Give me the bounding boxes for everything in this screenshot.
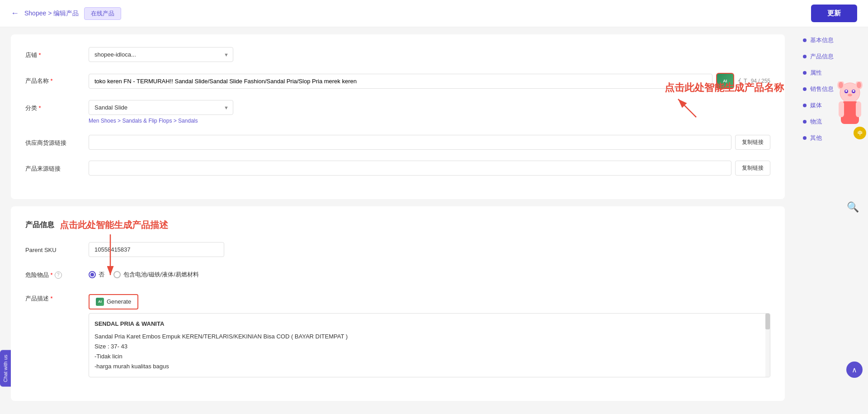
sidebar-label-attributes: 属性	[810, 69, 822, 77]
description-area: SENDAL PRIA & WANITA Sandal Pria Karet E…	[89, 313, 770, 377]
store-select-wrapper: shopee-idloca... ▼	[89, 47, 233, 62]
description-content[interactable]: SENDAL PRIA & WANITA Sandal Pria Karet E…	[89, 314, 765, 377]
desc-line-3: Size : 37- 43	[94, 342, 760, 352]
dot-product	[803, 55, 807, 58]
dangerous-label-group: 危险物品 ?	[25, 268, 89, 280]
supplier-input-group: 复制链接	[89, 135, 770, 150]
generate-button[interactable]: AI Generate	[89, 294, 138, 309]
char-count: 94 / 255	[751, 78, 770, 84]
radio-no-option[interactable]: 否	[89, 271, 104, 279]
sidebar-item-product[interactable]: 产品信息	[803, 52, 861, 61]
dot-other	[803, 136, 807, 140]
sidebar-label-basic: 基本信息	[810, 36, 834, 44]
ai-icon: AI	[723, 79, 727, 83]
supplier-link-input[interactable]	[89, 135, 731, 150]
category-select[interactable]: Sandal Slide	[89, 100, 233, 115]
back-to-top-button[interactable]: ∧	[846, 362, 863, 378]
supplier-row: 供应商货源链接 复制链接	[25, 135, 770, 150]
update-button[interactable]: 更新	[811, 5, 857, 22]
sidebar-label-other: 其他	[810, 134, 822, 142]
radio-group: 否 包含电池/磁铁/液体/易燃材料	[89, 268, 770, 279]
product-name-label: 产品名称	[25, 73, 89, 86]
sidebar-label-product: 产品信息	[810, 52, 834, 61]
product-desc-row: 产品描述 AI Generate SEND	[25, 290, 770, 377]
parent-sku-wrapper	[89, 242, 224, 257]
dangerous-help-icon[interactable]: ?	[55, 271, 62, 279]
sidebar-label-sales: 销售信息	[810, 85, 834, 93]
header-left: ← Shopee > 编辑产品 在线产品	[11, 7, 121, 20]
product-source-input-group: 复制链接	[89, 161, 770, 176]
radio-no-circle	[89, 271, 96, 278]
product-name-row: 产品名称 AI 亻T 94 / 255 点击此处智能生成产品	[25, 73, 770, 89]
sidebar-item-attributes[interactable]: 属性	[803, 69, 861, 77]
supplier-copy-button[interactable]: 复制链接	[735, 135, 770, 150]
category-control: Sandal Slide ▼ Men Shoes > Sandals & Fli…	[89, 100, 770, 124]
sidebar-item-basic[interactable]: 基本信息	[803, 36, 861, 44]
parent-sku-input[interactable]	[89, 242, 224, 257]
dangerous-label: 危险物品	[25, 271, 53, 280]
product-info-section: 产品信息 点击此处智能生成产品描述 Parent SKU	[11, 206, 785, 401]
category-label: 分类	[25, 100, 89, 113]
sidebar-item-media[interactable]: 媒体	[803, 101, 861, 109]
sidebar-label-media: 媒体	[810, 101, 822, 109]
radio-yes-option[interactable]: 包含电池/磁铁/液体/易燃材料	[113, 271, 199, 279]
online-badge: 在线产品	[84, 7, 121, 20]
product-info-title: 产品信息	[25, 220, 54, 230]
category-path: Men Shoes > Sandals & Flip Flops > Sanda…	[89, 118, 770, 124]
radio-no-label: 否	[99, 271, 104, 279]
dot-attributes	[803, 71, 807, 75]
product-source-label: 产品来源链接	[25, 161, 89, 173]
product-source-copy-button[interactable]: 复制链接	[735, 161, 770, 176]
main-layout: 店铺 shopee-idloca... ▼ 产品名称	[0, 27, 868, 414]
product-desc-label: 产品描述	[25, 290, 89, 303]
back-button[interactable]: ←	[11, 9, 19, 18]
category-row: 分类 Sandal Slide ▼ Men Shoes > Sandals & …	[25, 100, 770, 124]
search-icon[interactable]: 🔍	[847, 201, 859, 213]
dangerous-goods-row: 危险物品 ? 否 包含电池/磁铁/液体/易燃材料	[25, 268, 770, 280]
category-select-wrapper: Sandal Slide ▼	[89, 100, 233, 115]
product-desc-control: AI Generate SENDAL PRIA & WANITA Sandal …	[89, 290, 770, 377]
basic-info-section: 店铺 shopee-idloca... ▼ 产品名称	[11, 34, 785, 199]
radio-yes-circle	[113, 271, 121, 278]
desc-line-4: -Tidak licin	[94, 352, 760, 362]
product-source-row: 产品来源链接 复制链接	[25, 161, 770, 176]
sidebar-item-other[interactable]: 其他	[803, 134, 861, 142]
desc-line-5: -harga murah kualitas bagus	[94, 362, 760, 371]
right-sidebar: 基本信息 产品信息 属性 销售信息 媒体 物流	[796, 27, 868, 414]
store-label: 店铺	[25, 47, 89, 60]
dot-logistics	[803, 120, 807, 124]
top-header: ← Shopee > 编辑产品 在线产品 更新	[0, 0, 868, 27]
store-select[interactable]: shopee-idloca...	[89, 47, 233, 62]
product-name-control: AI 亻T 94 / 255	[89, 73, 770, 89]
dot-basic	[803, 38, 807, 42]
sidebar-item-sales[interactable]: 销售信息	[803, 85, 861, 93]
content-area: 店铺 shopee-idloca... ▼ 产品名称	[0, 27, 796, 414]
breadcrumb: Shopee > 编辑产品	[24, 10, 79, 18]
section-title-row: 产品信息 点击此处智能生成产品描述	[25, 219, 770, 231]
parent-sku-row: Parent SKU	[25, 242, 770, 257]
back-to-top-icon: ∧	[852, 366, 857, 374]
generate-ai-label: AI	[98, 300, 102, 304]
avatar-badge: 中	[854, 127, 866, 139]
generate-ai-icon: AI	[96, 298, 104, 306]
generate-btn-wrapper: AI Generate	[89, 294, 770, 309]
generate-label: Generate	[107, 298, 131, 305]
desc-line-2: Sandal Pria Karet Embos Empuk KEREN/TERL…	[94, 332, 760, 342]
supplier-control: 复制链接	[89, 135, 770, 150]
chat-widget[interactable]: Chat with us	[0, 350, 11, 387]
radio-yes-label: 包含电池/磁铁/液体/易燃材料	[123, 271, 199, 279]
sidebar-item-logistics[interactable]: 物流	[803, 118, 861, 126]
product-source-link-input[interactable]	[89, 161, 731, 176]
desc-scrollbar-thumb	[765, 314, 770, 329]
ai-name-button[interactable]: AI	[716, 73, 734, 89]
desc-scrollbar[interactable]	[765, 314, 770, 377]
dot-media	[803, 104, 807, 107]
product-name-annotation: 点击此处智能生成产品名称	[782, 68, 784, 122]
parent-sku-label: Parent SKU	[25, 242, 89, 255]
sidebar-label-logistics: 物流	[810, 118, 822, 126]
product-name-input[interactable]	[89, 74, 712, 89]
store-row: 店铺 shopee-idloca... ▼	[25, 47, 770, 62]
supplier-label: 供应商货源链接	[25, 135, 89, 148]
translate-icon[interactable]: 亻T	[738, 77, 747, 85]
product-source-control: 复制链接	[89, 161, 770, 176]
